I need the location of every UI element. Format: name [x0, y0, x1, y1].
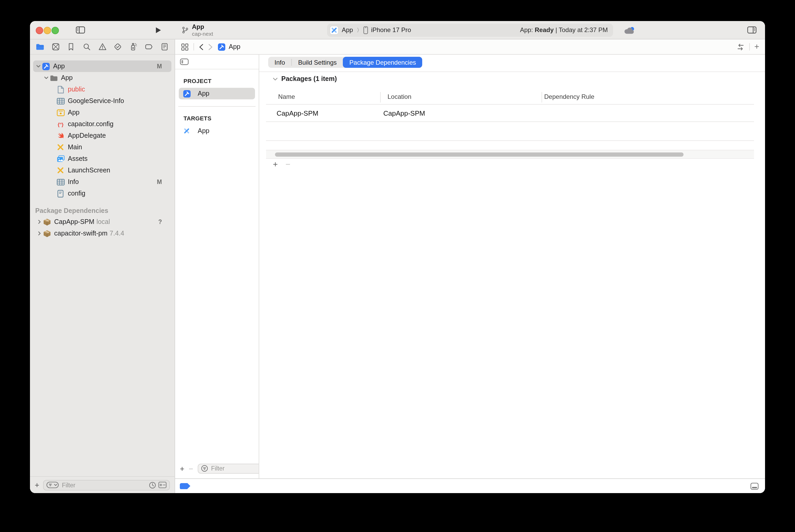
- package-name-cell[interactable]: CapApp-SPM: [277, 109, 318, 117]
- file-label: capacitor.config: [68, 120, 114, 128]
- file-row-capapp-spm[interactable]: CapApp-SPMlocal?: [33, 216, 171, 228]
- file-row-app[interactable]: App: [33, 72, 171, 83]
- remove-package-button[interactable]: −: [285, 160, 290, 169]
- table-line: [266, 140, 754, 141]
- editor-tab-bar: Info Build Settings Package Dependencies: [268, 57, 422, 68]
- navigator-filter-field[interactable]: [43, 480, 170, 490]
- filter-icon[interactable]: [46, 481, 59, 489]
- activity-status: App: Ready | Today at 2:37 PM: [520, 26, 608, 34]
- source-control-status-icon[interactable]: [158, 481, 167, 488]
- show-debug-area-icon[interactable]: [750, 482, 759, 490]
- file-label: App: [53, 62, 65, 70]
- file-row-app[interactable]: AppM: [33, 60, 171, 72]
- toggle-navigator-icon[interactable]: [76, 21, 85, 39]
- cloud-sync-icon[interactable]: [624, 21, 635, 39]
- breadcrumb-label: App: [229, 43, 241, 51]
- add-package-button[interactable]: +: [273, 160, 278, 169]
- navigator-tab-issues[interactable]: [98, 43, 107, 51]
- targets-section-header: TARGETS: [175, 113, 259, 124]
- panel-divider: [178, 106, 255, 107]
- file-sublabel: local: [96, 218, 110, 226]
- status-time: Today at 2:37 PM: [559, 26, 608, 34]
- chevron-right-icon[interactable]: [36, 231, 43, 236]
- navigator-filter-bar: +: [30, 476, 174, 493]
- navigator-tab-breakpoints[interactable]: [145, 43, 153, 51]
- file-row-public[interactable]: public: [33, 83, 171, 95]
- navigator-filter-input[interactable]: [61, 481, 147, 489]
- navigator-tab-reports[interactable]: [160, 43, 169, 51]
- forward-button[interactable]: [208, 43, 213, 50]
- file-tree: AppMApppublicGoogleService-InfoApp{“}cap…: [30, 55, 174, 476]
- horizontal-scrollbar[interactable]: [266, 150, 754, 159]
- file-row-launchscreen[interactable]: LaunchScreen: [33, 165, 171, 176]
- related-items-icon[interactable]: [181, 43, 189, 51]
- storyboard-icon: [56, 143, 65, 151]
- add-editor-button[interactable]: +: [754, 43, 759, 51]
- editor-area: Info Build Settings Package Dependencies…: [259, 55, 765, 478]
- file-row-info[interactable]: InfoM: [33, 176, 171, 188]
- column-separator[interactable]: [542, 92, 542, 102]
- toggle-inspector-icon[interactable]: [747, 21, 757, 39]
- tab-build-settings[interactable]: Build Settings: [292, 57, 343, 68]
- file-row-config[interactable]: config: [33, 188, 171, 199]
- screen: App cap-next App 〉 iPhone 17 Pro App: Re…: [0, 0, 795, 532]
- tab-package-dependencies[interactable]: Package Dependencies: [343, 57, 422, 68]
- file-badge: M: [157, 179, 162, 185]
- navigator-tab-bar: [30, 39, 174, 55]
- navigator-sidebar: AppMApppublicGoogleService-InfoApp{“}cap…: [30, 39, 174, 493]
- file-row-googleservice-info[interactable]: GoogleService-Info: [33, 95, 171, 107]
- target-row-app[interactable]: App: [179, 125, 255, 137]
- package-location-cell[interactable]: CapApp-SPM: [383, 109, 425, 117]
- navigator-tab-debug[interactable]: [129, 43, 138, 51]
- file-row-assets[interactable]: Assets: [33, 153, 171, 165]
- file-row-capacitor-swift-pm[interactable]: capacitor-swift-pm7.4.4: [33, 228, 171, 239]
- navigator-tab-bookmarks[interactable]: [67, 43, 75, 51]
- jump-bar: App +: [175, 39, 765, 55]
- chevron-down-icon[interactable]: [43, 75, 50, 80]
- file-row-appdelegate[interactable]: AppDelegate: [33, 130, 171, 141]
- close-button[interactable]: [36, 27, 43, 34]
- project-row-app[interactable]: App: [179, 88, 255, 99]
- column-header-location[interactable]: Location: [387, 93, 412, 100]
- xcodeproj-icon: [218, 43, 226, 51]
- code-review-icon[interactable]: [736, 43, 744, 51]
- file-row-capacitor-config[interactable]: {“}capacitor.config: [33, 118, 171, 130]
- navigator-tab-tests[interactable]: [114, 43, 122, 51]
- tab-info[interactable]: Info: [268, 57, 291, 68]
- file-row-main[interactable]: Main: [33, 141, 171, 153]
- file-label: GoogleService-Info: [68, 97, 124, 104]
- config-icon: [56, 189, 65, 198]
- add-target-button[interactable]: +: [180, 464, 185, 472]
- assets-icon: [56, 155, 65, 163]
- recent-files-icon[interactable]: [149, 481, 156, 489]
- navigator-tab-source-control[interactable]: [51, 43, 60, 51]
- add-file-button[interactable]: +: [35, 481, 39, 489]
- back-button[interactable]: [199, 43, 204, 50]
- navigator-tab-find[interactable]: [82, 43, 91, 51]
- chevron-down-icon[interactable]: [35, 63, 41, 69]
- column-separator[interactable]: [380, 92, 381, 102]
- scheme-name[interactable]: App: [342, 26, 353, 34]
- run-destination[interactable]: iPhone 17 Pro: [371, 26, 411, 34]
- run-button[interactable]: [155, 21, 162, 39]
- filter-icon[interactable]: [201, 465, 208, 472]
- remove-target-button[interactable]: −: [189, 464, 193, 472]
- column-header-name[interactable]: Name: [278, 93, 295, 100]
- branch-name: cap-next: [192, 30, 213, 37]
- chevron-right-icon[interactable]: [36, 219, 43, 225]
- breakpoints-toggle-icon[interactable]: [180, 483, 190, 489]
- project-targets-panel: PROJECT App TARGETS App + −: [175, 55, 259, 478]
- breadcrumb[interactable]: App: [218, 43, 241, 51]
- doc-icon: [56, 85, 65, 94]
- zoom-button[interactable]: [52, 27, 59, 34]
- file-row-app[interactable]: App: [33, 107, 171, 118]
- chevron-down-icon[interactable]: [272, 76, 278, 82]
- panel-filter-bar: + −: [175, 460, 259, 478]
- column-header-rule[interactable]: Dependency Rule: [544, 93, 594, 100]
- navigator-tab-project[interactable]: [36, 43, 44, 51]
- collapse-panel-icon[interactable]: [180, 58, 189, 65]
- scrollbar-thumb[interactable]: [275, 152, 683, 157]
- swift-icon: [56, 131, 65, 140]
- minimize-button[interactable]: [44, 27, 51, 34]
- target-row-label: App: [198, 127, 210, 135]
